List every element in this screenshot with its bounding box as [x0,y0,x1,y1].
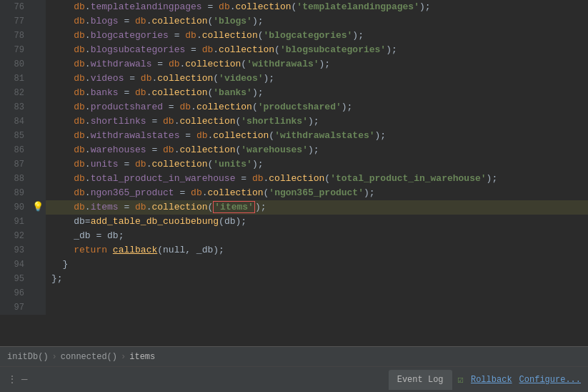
line-content: db.productshared = db.collection('produc… [46,100,588,114]
line-number: 86 [0,143,30,157]
code-line-87: 87 db.units = db.collection('units'); [0,157,588,172]
line-gutter [30,29,46,43]
line-content: db.warehouses = db.collection('warehouse… [46,143,588,157]
line-content: _db = db; [46,229,588,243]
code-line-93: 93 return callback(null, _db); [0,243,588,258]
line-content: db.shortlinks = db.collection('shortlink… [46,114,588,129]
line-gutter [30,215,46,229]
line-gutter [30,86,46,100]
line-gutter [30,286,46,300]
breadcrumb-sep-2: › [121,352,126,362]
line-gutter [30,14,46,29]
line-gutter [30,72,46,86]
check-icon: ☑ [458,373,464,386]
line-gutter [30,300,46,315]
status-icons: ⋮ ─ [7,373,27,386]
line-number: 76 [0,0,30,14]
code-line-97: 97 [0,300,588,315]
line-content: db.withdrawalstates = db.collection('wit… [46,129,588,143]
more-options-icon[interactable]: ⋮ [7,373,17,386]
code-line-83: 83 db.productshared = db.collection('pro… [0,100,588,114]
line-number: 90 [0,200,30,215]
line-number: 93 [0,243,30,258]
breadcrumb-connected[interactable]: connected() [61,352,117,362]
minimize-icon[interactable]: ─ [21,374,27,386]
event-log-tab[interactable]: Event Log [389,370,452,390]
code-line-85: 85 db.withdrawalstates = db.collection('… [0,129,588,143]
line-number: 97 [0,300,30,315]
line-gutter: 💡 [30,200,46,215]
line-gutter [30,0,46,14]
code-line-91: 91 db=add_table_db_cuoibebung(db); [0,215,588,229]
line-content: db.units = db.collection('units'); [46,157,588,172]
code-line-88: 88 db.total_product_in_warehouse = db.co… [0,172,588,186]
line-content: }; [46,272,588,286]
code-line-84: 84 db.shortlinks = db.collection('shortl… [0,114,588,129]
line-content: db.blogs = db.collection('blogs'); [46,14,588,29]
line-number: 77 [0,14,30,29]
line-content: return callback(null, _db); [46,243,588,258]
line-gutter [30,229,46,243]
line-content: db.blogcategories = db.collection('blogc… [46,29,588,43]
line-gutter [30,186,46,200]
code-line-90: 90💡 db.items = db.collection('items'); [0,200,588,215]
line-number: 82 [0,86,30,100]
line-number: 89 [0,186,30,200]
line-gutter [30,43,46,57]
breadcrumb-initdb[interactable]: initDb() [7,352,49,362]
line-content: db.blogsubcategories = db.collection('bl… [46,43,588,57]
breadcrumb-sep-1: › [52,352,57,362]
event-log-label: Event Log [397,375,444,385]
code-line-82: 82 db.banks = db.collection('banks'); [0,86,588,100]
code-line-94: 94 } [0,258,588,272]
line-number: 79 [0,43,30,57]
line-content: db.ngon365_product = db.collection('ngon… [46,186,588,200]
status-buttons: ☑ Rollback Configure... [458,373,581,386]
line-gutter [30,172,46,186]
breadcrumb-bar: initDb() › connected() › items [0,346,588,366]
line-gutter [30,100,46,114]
line-number: 87 [0,157,30,172]
line-content: db.items = db.collection('items'); [46,200,588,215]
line-gutter [30,157,46,172]
line-gutter [30,272,46,286]
line-number: 81 [0,72,30,86]
status-bar: ⋮ ─ Event Log ☑ Rollback Configure... [0,366,588,392]
line-gutter [30,243,46,258]
line-gutter [30,258,46,272]
bulb-icon[interactable]: 💡 [32,200,44,215]
line-content: db.templatelandingpages = db.collection(… [46,0,588,14]
configure-button[interactable]: Configure... [519,375,581,385]
line-number: 85 [0,129,30,143]
line-number: 83 [0,100,30,114]
line-content: db.videos = db.collection('videos'); [46,72,588,86]
code-editor: 76 db.templatelandingpages = db.collecti… [0,0,588,346]
code-line-96: 96 [0,286,588,300]
rollback-button[interactable]: Rollback [471,375,512,385]
line-gutter [30,143,46,157]
line-content: db.banks = db.collection('banks'); [46,86,588,100]
code-line-89: 89 db.ngon365_product = db.collection('n… [0,186,588,200]
code-line-95: 95}; [0,272,588,286]
code-line-76: 76 db.templatelandingpages = db.collecti… [0,0,588,14]
line-content: db.withdrawals = db.collection('withdraw… [46,57,588,72]
line-number: 94 [0,258,30,272]
code-line-86: 86 db.warehouses = db.collection('wareho… [0,143,588,157]
line-number: 95 [0,272,30,286]
line-number: 80 [0,57,30,72]
code-line-77: 77 db.blogs = db.collection('blogs'); [0,14,588,29]
line-number: 96 [0,286,30,300]
line-content: db=add_table_db_cuoibebung(db); [46,215,588,229]
line-number: 92 [0,229,30,243]
line-content: } [46,258,588,272]
line-number: 88 [0,172,30,186]
line-content: db.total_product_in_warehouse = db.colle… [46,172,588,186]
code-line-81: 81 db.videos = db.collection('videos'); [0,72,588,86]
line-number: 91 [0,215,30,229]
code-line-80: 80 db.withdrawals = db.collection('withd… [0,57,588,72]
code-line-92: 92 _db = db; [0,229,588,243]
breadcrumb-items[interactable]: items [129,352,155,362]
code-lines: 76 db.templatelandingpages = db.collecti… [0,0,588,346]
line-gutter [30,57,46,72]
line-number: 78 [0,29,30,43]
